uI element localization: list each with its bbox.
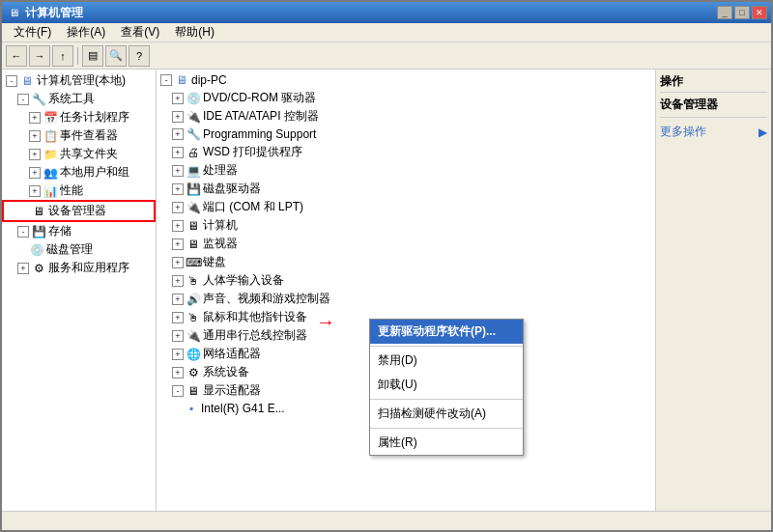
ctx-properties[interactable]: 属性(R) <box>370 431 523 455</box>
center-programming[interactable]: + 🔧 Programming Support <box>157 126 655 143</box>
window-title: 计算机管理 <box>25 5 717 21</box>
left-item-local-users[interactable]: + 👥 本地用户和组 <box>2 163 156 182</box>
up-button[interactable]: ↑ <box>52 45 73 67</box>
right-more-actions[interactable]: 更多操作 ▶ <box>660 122 767 142</box>
ctx-scan-hardware[interactable]: 扫描检测硬件改动(A) <box>370 402 523 426</box>
expand-computer[interactable]: + <box>172 220 184 232</box>
expand-monitor[interactable]: + <box>172 238 184 250</box>
toolbar-separator <box>77 47 78 65</box>
expand-hid[interactable]: + <box>172 275 184 287</box>
center-ide[interactable]: + 🔌 IDE ATA/ATAPI 控制器 <box>157 107 655 126</box>
center-root[interactable]: - 🖥 dip-PC <box>157 71 655 89</box>
expand-ide[interactable]: + <box>172 111 184 123</box>
back-button[interactable]: ← <box>6 45 27 67</box>
disk-icon: 💿 <box>29 242 44 258</box>
center-disk-drive[interactable]: + 💾 磁盘驱动器 <box>157 180 655 198</box>
center-sound[interactable]: + 🔊 声音、视频和游戏控制器 <box>157 290 655 308</box>
left-users-label: 本地用户和组 <box>60 164 129 181</box>
expand-ports[interactable]: + <box>172 202 184 213</box>
left-item-device-manager[interactable]: 🖥 设备管理器 <box>2 200 156 222</box>
expand-disk[interactable]: + <box>172 183 184 195</box>
left-item-shared-folders[interactable]: + 📁 共享文件夹 <box>2 145 156 163</box>
expand-sysdev[interactable]: + <box>172 367 184 378</box>
expand-programming[interactable]: + <box>172 128 184 140</box>
center-monitor-label: 监视器 <box>203 236 238 252</box>
center-panel: - 🖥 dip-PC + 💿 DVD/CD-ROM 驱动器 + 🔌 IDE AT… <box>157 70 655 511</box>
center-wsd-label: WSD 打印提供程序 <box>203 144 302 160</box>
expand-proc[interactable]: + <box>172 165 184 177</box>
left-item-label: 系统工具 <box>48 91 95 107</box>
expand-system-tools[interactable]: - <box>17 94 29 105</box>
expand-storage[interactable]: - <box>17 226 29 238</box>
left-task-label: 任务计划程序 <box>60 109 129 126</box>
system-tools-icon: 🔧 <box>31 92 46 107</box>
menu-action[interactable]: 操作(A) <box>59 22 113 42</box>
computer2-icon: 🖥 <box>186 218 201 234</box>
left-item-event-viewer[interactable]: + 📋 事件查看器 <box>2 126 156 145</box>
center-processor[interactable]: + 💻 处理器 <box>157 161 655 180</box>
expand-usb[interactable]: + <box>172 330 184 342</box>
center-keyboard[interactable]: + ⌨ 键盘 <box>157 253 655 271</box>
device-mgr-icon: 🖥 <box>31 204 46 219</box>
computer-icon: 🖥 <box>19 73 35 89</box>
task-icon: 📅 <box>43 110 58 126</box>
left-item-task-scheduler[interactable]: + 📅 任务计划程序 <box>2 108 156 126</box>
left-storage-label: 存储 <box>48 223 72 239</box>
left-item-disk-mgmt[interactable]: 💿 磁盘管理 <box>2 240 156 259</box>
expand-shared[interactable]: + <box>29 149 41 160</box>
services-icon: ⚙ <box>31 261 46 276</box>
minimize-button[interactable]: _ <box>717 6 732 19</box>
center-ports[interactable]: + 🔌 端口 (COM 和 LPT) <box>157 198 655 216</box>
expand-network[interactable]: + <box>172 349 184 360</box>
ctx-uninstall[interactable]: 卸载(U) <box>370 373 523 397</box>
ctx-disable[interactable]: 禁用(D) <box>370 349 523 373</box>
center-computer[interactable]: + 🖥 计算机 <box>157 216 655 235</box>
left-panel: - 🖥 计算机管理(本地) - 🔧 系统工具 + 📅 任务计划程序 + 📋 事件… <box>2 70 157 511</box>
expand-center-root[interactable]: - <box>160 74 172 86</box>
main-content: - 🖥 计算机管理(本地) - 🔧 系统工具 + 📅 任务计划程序 + 📋 事件… <box>2 70 771 511</box>
window-icon: 🖥 <box>6 5 21 20</box>
help-button[interactable]: ? <box>129 45 150 67</box>
center-dvd[interactable]: + 💿 DVD/CD-ROM 驱动器 <box>157 89 655 107</box>
ide-icon: 🔌 <box>186 109 201 125</box>
perf-icon: 📊 <box>43 183 58 199</box>
expand-sound[interactable]: + <box>172 294 184 305</box>
hid-icon: 🖱 <box>186 273 201 289</box>
expand-display[interactable]: - <box>172 385 184 397</box>
expand-root[interactable]: - <box>6 75 17 87</box>
menu-file[interactable]: 文件(F) <box>6 22 59 42</box>
expand-dvd[interactable]: + <box>172 93 184 104</box>
expand-keyboard[interactable]: + <box>172 257 184 268</box>
menu-view[interactable]: 查看(V) <box>113 22 167 42</box>
wsd-icon: 🖨 <box>186 145 201 160</box>
left-item-performance[interactable]: + 📊 性能 <box>2 182 156 200</box>
show-hide-button[interactable]: ▤ <box>82 45 103 67</box>
center-sound-label: 声音、视频和游戏控制器 <box>203 291 330 307</box>
properties-button[interactable]: 🔍 <box>105 45 127 67</box>
expand-wsd[interactable]: + <box>172 147 184 158</box>
storage-icon: 💾 <box>31 224 46 239</box>
expand-perf[interactable]: + <box>29 185 41 197</box>
center-wsd[interactable]: + 🖨 WSD 打印提供程序 <box>157 143 655 161</box>
center-hid[interactable]: + 🖱 人体学输入设备 <box>157 271 655 290</box>
keyboard-icon: ⌨ <box>186 255 201 270</box>
folder-icon: 📁 <box>43 147 58 162</box>
expand-task[interactable]: + <box>29 112 41 124</box>
forward-button[interactable]: → <box>29 45 50 67</box>
users-icon: 👥 <box>43 165 58 181</box>
center-disk-label: 磁盘驱动器 <box>203 181 261 197</box>
center-network-label: 网络适配器 <box>203 346 261 362</box>
expand-mouse[interactable]: + <box>172 312 184 323</box>
menu-help[interactable]: 帮助(H) <box>167 22 222 42</box>
left-item-system-tools[interactable]: - 🔧 系统工具 <box>2 90 156 108</box>
restore-button[interactable]: □ <box>734 6 750 19</box>
left-item-services[interactable]: + ⚙ 服务和应用程序 <box>2 259 156 277</box>
left-item-storage[interactable]: - 💾 存储 <box>2 222 156 240</box>
expand-users[interactable]: + <box>29 167 41 179</box>
expand-event[interactable]: + <box>29 130 41 142</box>
left-root-item[interactable]: - 🖥 计算机管理(本地) <box>2 71 156 90</box>
expand-services[interactable]: + <box>17 263 29 274</box>
ctx-update-driver[interactable]: 更新驱动程序软件(P)... <box>370 320 523 344</box>
close-button[interactable]: ✕ <box>752 6 767 19</box>
center-monitor[interactable]: + 🖥 监视器 <box>157 235 655 253</box>
